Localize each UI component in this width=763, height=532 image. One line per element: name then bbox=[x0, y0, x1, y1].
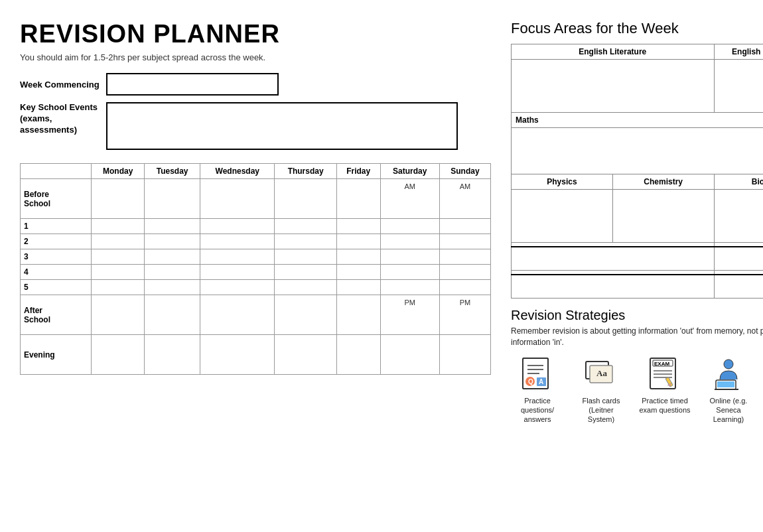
cell-1-wed[interactable] bbox=[200, 219, 275, 234]
cell-after-mon[interactable] bbox=[92, 295, 145, 335]
cell-before-wed[interactable] bbox=[200, 179, 275, 219]
cell-5-thu[interactable] bbox=[275, 280, 336, 295]
cell-4-sat[interactable] bbox=[380, 265, 439, 280]
events-input[interactable] bbox=[106, 102, 458, 150]
cell-3-fri[interactable] bbox=[336, 249, 380, 265]
chemistry-header: Chemistry bbox=[612, 174, 714, 190]
cell-4-wed[interactable] bbox=[200, 265, 275, 280]
strategy-flash-cards: Aa Flash cards (Leitner System) bbox=[575, 356, 628, 425]
cell-before-mon[interactable] bbox=[92, 179, 145, 219]
cell-4-sun[interactable] bbox=[439, 265, 490, 280]
svg-text:EXAM: EXAM bbox=[654, 361, 669, 367]
cell-eve-sat[interactable] bbox=[380, 335, 439, 375]
cell-4-thu[interactable] bbox=[275, 265, 336, 280]
schedule-table: Monday Tuesday Wednesday Thursday Friday… bbox=[20, 163, 491, 375]
row-period-3: 3 bbox=[21, 249, 92, 265]
online-icon bbox=[711, 356, 747, 393]
cell-3-sat[interactable] bbox=[380, 249, 439, 265]
col-empty bbox=[21, 164, 92, 179]
cell-before-fri[interactable] bbox=[336, 179, 380, 219]
row-period-1: 1 bbox=[21, 219, 92, 234]
extra-left-1[interactable] bbox=[512, 247, 715, 271]
english-lang-content[interactable] bbox=[714, 60, 763, 113]
cell-before-sun[interactable]: AM bbox=[439, 179, 490, 219]
cell-3-sun[interactable] bbox=[439, 249, 490, 265]
week-commencing-input[interactable] bbox=[106, 73, 279, 96]
cell-after-fri[interactable] bbox=[336, 295, 380, 335]
cell-2-thu[interactable] bbox=[275, 234, 336, 249]
cell-2-sun[interactable] bbox=[439, 234, 490, 249]
cell-eve-fri[interactable] bbox=[336, 335, 380, 375]
cell-1-sun[interactable] bbox=[439, 219, 490, 234]
strategy-online-label: Online (e.g. Seneca Learning) bbox=[702, 396, 755, 425]
cell-eve-wed[interactable] bbox=[200, 335, 275, 375]
cell-eve-thu[interactable] bbox=[275, 335, 336, 375]
cell-after-wed[interactable] bbox=[200, 295, 275, 335]
english-lit-header: English Literature bbox=[512, 44, 715, 60]
cell-after-sat[interactable]: PM bbox=[380, 295, 439, 335]
cell-5-sat[interactable] bbox=[380, 280, 439, 295]
extra-left-2[interactable] bbox=[512, 275, 715, 299]
practice-questions-icon: Q A bbox=[520, 356, 556, 393]
svg-text:A: A bbox=[539, 378, 543, 385]
cell-4-tue[interactable] bbox=[145, 265, 200, 280]
english-lit-content[interactable] bbox=[512, 60, 715, 113]
extra-right-1[interactable] bbox=[714, 247, 763, 271]
cell-before-tue[interactable] bbox=[145, 179, 200, 219]
strategy-fc-label: Flash cards (Leitner System) bbox=[575, 396, 628, 425]
subtitle: You should aim for 1.5-2hrs per subject … bbox=[20, 52, 491, 62]
cell-1-mon[interactable] bbox=[92, 219, 145, 234]
cell-before-thu[interactable] bbox=[275, 179, 336, 219]
cell-4-fri[interactable] bbox=[336, 265, 380, 280]
row-period-4: 4 bbox=[21, 265, 92, 280]
strategy-practice-questions: Q A Practice questions/ answers bbox=[511, 356, 564, 425]
strategy-exam: EXAM Practice timed exam questions bbox=[638, 356, 691, 415]
cell-1-tue[interactable] bbox=[145, 219, 200, 234]
cell-5-sun[interactable] bbox=[439, 280, 490, 295]
cell-1-fri[interactable] bbox=[336, 219, 380, 234]
cell-3-thu[interactable] bbox=[275, 249, 336, 265]
biology-content[interactable] bbox=[714, 190, 763, 243]
row-period-5: 5 bbox=[21, 280, 92, 295]
week-commencing-label: Week Commencing bbox=[20, 80, 106, 90]
biology-header: Biology bbox=[714, 174, 763, 190]
cell-5-tue[interactable] bbox=[145, 280, 200, 295]
col-thursday: Thursday bbox=[275, 164, 336, 179]
exam-icon: EXAM bbox=[647, 356, 683, 393]
cell-3-wed[interactable] bbox=[200, 249, 275, 265]
focus-areas-title: Focus Areas for the Week bbox=[511, 20, 763, 37]
row-evening: Evening bbox=[21, 335, 92, 375]
chemistry-content[interactable] bbox=[612, 190, 714, 243]
cell-2-tue[interactable] bbox=[145, 234, 200, 249]
strategies-icons-container: Q A Practice questions/ answers Aa Flash… bbox=[511, 356, 763, 425]
cell-1-sat[interactable] bbox=[380, 219, 439, 234]
cell-eve-sun[interactable] bbox=[439, 335, 490, 375]
cell-3-tue[interactable] bbox=[145, 249, 200, 265]
col-sunday: Sunday bbox=[439, 164, 490, 179]
maths-header: Maths bbox=[512, 113, 764, 128]
strategy-pq-label: Practice questions/ answers bbox=[511, 396, 564, 425]
strategy-online: Online (e.g. Seneca Learning) bbox=[702, 356, 755, 425]
cell-5-mon[interactable] bbox=[92, 280, 145, 295]
cell-before-sat[interactable]: AM bbox=[380, 179, 439, 219]
cell-2-mon[interactable] bbox=[92, 234, 145, 249]
cell-2-sat[interactable] bbox=[380, 234, 439, 249]
cell-after-thu[interactable] bbox=[275, 295, 336, 335]
extra-right-2[interactable] bbox=[714, 275, 763, 299]
cell-4-mon[interactable] bbox=[92, 265, 145, 280]
physics-content[interactable] bbox=[512, 190, 613, 243]
events-label: Key School Events(exams,assessments) bbox=[20, 102, 106, 136]
cell-eve-mon[interactable] bbox=[92, 335, 145, 375]
cell-eve-tue[interactable] bbox=[145, 335, 200, 375]
cell-3-mon[interactable] bbox=[92, 249, 145, 265]
cell-after-sun[interactable]: PM bbox=[439, 295, 490, 335]
cell-5-wed[interactable] bbox=[200, 280, 275, 295]
maths-content[interactable] bbox=[512, 128, 764, 174]
cell-after-tue[interactable] bbox=[145, 295, 200, 335]
cell-2-wed[interactable] bbox=[200, 234, 275, 249]
cell-1-thu[interactable] bbox=[275, 219, 336, 234]
cell-2-fri[interactable] bbox=[336, 234, 380, 249]
cell-5-fri[interactable] bbox=[336, 280, 380, 295]
col-saturday: Saturday bbox=[380, 164, 439, 179]
strategies-title: Revision Strategies bbox=[511, 308, 763, 323]
